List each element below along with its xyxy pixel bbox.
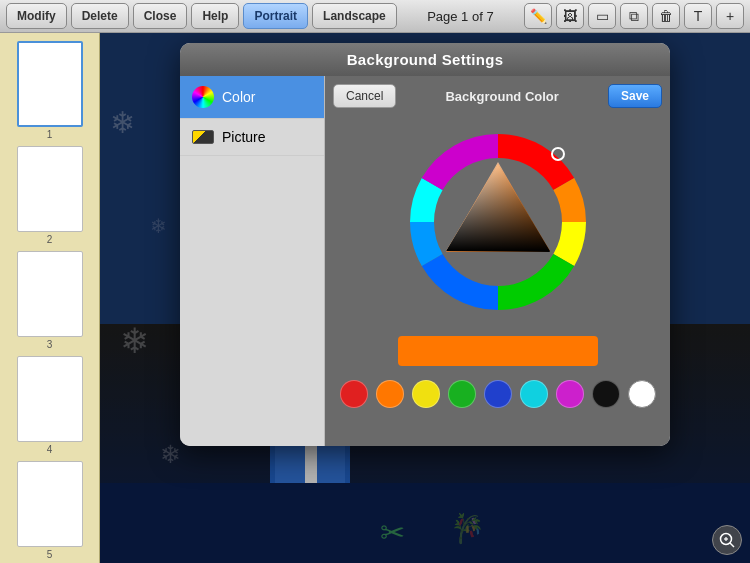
color-swatches xyxy=(340,380,656,408)
white-swatch[interactable] xyxy=(628,380,656,408)
page-2-thumb-wrapper[interactable]: 2 xyxy=(17,146,83,245)
pen-icon[interactable]: ✏️ xyxy=(524,3,552,29)
cancel-button[interactable]: Cancel xyxy=(333,84,396,108)
magenta-swatch[interactable] xyxy=(556,380,584,408)
picture-option[interactable]: Picture xyxy=(180,119,324,156)
page-4-thumb-wrapper[interactable]: 4 xyxy=(17,356,83,455)
red-swatch[interactable] xyxy=(340,380,368,408)
background-color-label: Background Color xyxy=(402,89,602,104)
page-3-thumbnail[interactable] xyxy=(17,251,83,337)
color-wheel-icon xyxy=(192,86,214,108)
page-3-number: 3 xyxy=(47,339,53,350)
page-3-thumb-wrapper[interactable]: 3 xyxy=(17,251,83,350)
orange-swatch[interactable] xyxy=(376,380,404,408)
selected-color-bar[interactable] xyxy=(398,336,598,366)
color-option[interactable]: Color xyxy=(180,76,324,119)
modal-right-panel: Cancel Background Color Save xyxy=(325,76,670,446)
svg-marker-20 xyxy=(446,164,550,251)
page-4-thumbnail[interactable] xyxy=(17,356,83,442)
square-icon[interactable]: ▭ xyxy=(588,3,616,29)
color-wheel[interactable] xyxy=(398,122,598,322)
save-button[interactable]: Save xyxy=(608,84,662,108)
modal-right-header: Cancel Background Color Save xyxy=(333,84,662,108)
add-icon[interactable]: + xyxy=(716,3,744,29)
page-2-number: 2 xyxy=(47,234,53,245)
page-info: Page 1 of 7 xyxy=(401,9,520,24)
main-area: 1234567 ❄ ❄ ❄ ❄ xyxy=(0,33,750,563)
cyan-swatch[interactable] xyxy=(520,380,548,408)
page-1-number: 1 xyxy=(47,129,53,140)
portrait-button[interactable]: Portrait xyxy=(243,3,308,29)
picture-label: Picture xyxy=(222,129,266,145)
page-2-thumbnail[interactable] xyxy=(17,146,83,232)
page-4-number: 4 xyxy=(47,444,53,455)
text-icon[interactable]: T xyxy=(684,3,712,29)
trash-icon[interactable]: 🗑 xyxy=(652,3,680,29)
modify-button[interactable]: Modify xyxy=(6,3,67,29)
svg-line-23 xyxy=(730,543,734,547)
blue-swatch[interactable] xyxy=(484,380,512,408)
black-swatch[interactable] xyxy=(592,380,620,408)
background-settings-modal: Background Settings Color Picture xyxy=(180,43,670,446)
green-swatch[interactable] xyxy=(448,380,476,408)
landscape-button[interactable]: Landscape xyxy=(312,3,397,29)
sidebar: 1234567 xyxy=(0,33,100,563)
page-1-thumbnail[interactable] xyxy=(17,41,83,127)
yellow-swatch[interactable] xyxy=(412,380,440,408)
page-5-thumbnail[interactable] xyxy=(17,461,83,547)
modal-body: Color Picture Cancel Background Color xyxy=(180,76,670,446)
toolbar: Modify Delete Close Help Portrait Landsc… xyxy=(0,0,750,33)
zoom-button[interactable] xyxy=(712,525,742,555)
page-5-number: 5 xyxy=(47,549,53,560)
image-icon[interactable]: 🖼 xyxy=(556,3,584,29)
modal-overlay: Background Settings Color Picture xyxy=(100,33,750,563)
canvas-area: ❄ ❄ ❄ ❄ ✂ 🎋 xyxy=(100,33,750,563)
close-button[interactable]: Close xyxy=(133,3,188,29)
color-label: Color xyxy=(222,89,255,105)
help-button[interactable]: Help xyxy=(191,3,239,29)
page-1-thumb-wrapper[interactable]: 1 xyxy=(17,41,83,140)
modal-title: Background Settings xyxy=(180,43,670,76)
picture-icon xyxy=(192,130,214,144)
modal-left-panel: Color Picture xyxy=(180,76,325,446)
delete-button[interactable]: Delete xyxy=(71,3,129,29)
page-5-thumb-wrapper[interactable]: 5 xyxy=(17,461,83,560)
duplicate-icon[interactable]: ⧉ xyxy=(620,3,648,29)
